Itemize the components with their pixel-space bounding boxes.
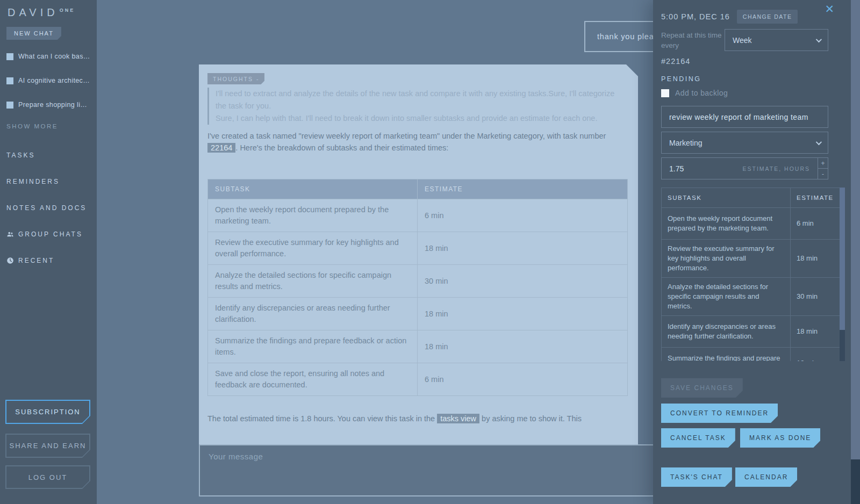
window-scrollbar-thumb[interactable] bbox=[851, 459, 860, 504]
sidebar-item-recent[interactable]: RECENT bbox=[6, 247, 94, 273]
sidebar-item-notes-and-docs[interactable]: NOTES AND DOCS bbox=[6, 195, 94, 221]
log-out-label: LOG OUT bbox=[6, 466, 89, 488]
estimate-cell: 6 min bbox=[791, 208, 840, 240]
show-more-button[interactable]: SHOW MORE bbox=[6, 123, 58, 129]
window-scrollbar-track[interactable] bbox=[851, 0, 860, 504]
estimate-cell: 30 min bbox=[418, 265, 628, 298]
subtask-cell: Save and close the report, ensuring all … bbox=[208, 363, 418, 396]
table-row: Review the executive summary for key hig… bbox=[208, 232, 628, 265]
subtask-cell: Identify any discrepancies or areas need… bbox=[662, 316, 791, 348]
sidebar-chat-item[interactable]: Prepare shopping li… bbox=[6, 100, 94, 110]
estimate-input[interactable] bbox=[669, 164, 701, 173]
chevron-down-icon bbox=[816, 139, 822, 145]
increment-button[interactable]: + bbox=[818, 157, 828, 169]
chat-square-icon bbox=[6, 102, 13, 109]
chat-square-icon bbox=[6, 77, 13, 84]
task-name-input[interactable] bbox=[661, 106, 828, 128]
estimate-column-header: ESTIMATE bbox=[791, 188, 840, 208]
panel-table-header-row: SUBTASK ESTIMATE bbox=[662, 188, 840, 208]
intro-text-post: . Here's the breakdown of subtasks and t… bbox=[235, 143, 448, 152]
add-to-backlog-row[interactable]: Add to backlog bbox=[661, 89, 728, 97]
share-and-earn-label: SHARE AND EARN bbox=[6, 435, 89, 457]
category-select[interactable]: Marketing bbox=[661, 132, 828, 154]
tasks-view-badge: tasks view bbox=[437, 414, 479, 423]
tasks-chat-button[interactable]: TASK'S CHAT bbox=[661, 467, 732, 487]
estimate-label: ESTIMATE, HOURS bbox=[743, 165, 810, 172]
nav-label: TASKS bbox=[6, 152, 35, 159]
subscription-label: SUBSCRIPTION bbox=[6, 401, 89, 423]
calendar-button[interactable]: CALENDAR bbox=[735, 467, 797, 487]
table-row: Summarize the findings and prepare feedb… bbox=[662, 348, 840, 362]
mark-as-done-button[interactable]: MARK AS DONE bbox=[740, 428, 820, 448]
sidebar-item-reminders[interactable]: REMINDERS bbox=[6, 168, 94, 195]
sidebar-chat-item[interactable]: What can I cook bas… bbox=[6, 52, 94, 61]
log-out-button[interactable]: LOG OUT bbox=[5, 465, 90, 489]
estimate-cell: 18 min bbox=[418, 232, 628, 265]
backlog-checkbox[interactable] bbox=[661, 89, 669, 97]
thoughts-content: I'll need to extract and analyze the det… bbox=[207, 88, 627, 125]
subtask-cell: Open the weekly report document prepared… bbox=[662, 208, 791, 240]
status-badge: PENDING bbox=[661, 75, 701, 83]
share-and-earn-button[interactable]: SHARE AND EARN bbox=[5, 434, 90, 458]
subtask-table-header-row: SUBTASK ESTIMATE bbox=[208, 179, 628, 199]
estimate-cell: 30 min bbox=[791, 278, 840, 316]
subtask-table: SUBTASK ESTIMATE Open the weekly report … bbox=[207, 179, 628, 396]
table-row: Identify any discrepancies or areas need… bbox=[662, 316, 840, 348]
repeat-label: Repeat at this time every bbox=[661, 30, 725, 51]
table-row: Analyze the detailed sections for specif… bbox=[208, 265, 628, 298]
change-date-button[interactable]: CHANGE DATE bbox=[737, 10, 798, 24]
group-chats-icon bbox=[6, 231, 14, 238]
thoughts-label: THOUGHTS bbox=[213, 76, 253, 82]
new-chat-button[interactable]: NEW CHAT bbox=[6, 27, 61, 40]
app-window: thank you please set task for Friday 5 p… bbox=[0, 0, 860, 504]
sidebar-item-tasks[interactable]: TASKS bbox=[6, 142, 94, 168]
estimate-cell: 18 min bbox=[791, 348, 840, 362]
table-scrollbar-thumb[interactable] bbox=[840, 330, 845, 361]
subtask-cell: Review the executive summary for key hig… bbox=[662, 240, 791, 278]
save-changes-button[interactable]: SAVE CHANGES bbox=[661, 378, 743, 398]
subtask-cell: Summarize the findings and prepare feedb… bbox=[208, 330, 418, 363]
subscription-button[interactable]: SUBSCRIPTION bbox=[5, 400, 90, 424]
estimate-box: ESTIMATE, HOURS bbox=[661, 157, 818, 179]
nav-label: REMINDERS bbox=[6, 178, 60, 185]
backlog-label: Add to backlog bbox=[675, 89, 728, 97]
panel-subtask-table-container: SUBTASK ESTIMATE Open the weekly report … bbox=[661, 188, 845, 361]
estimate-cell: 6 min bbox=[418, 363, 628, 396]
table-row: Save and close the report, ensuring all … bbox=[208, 363, 628, 396]
thoughts-toggle[interactable]: THOUGHTS - bbox=[207, 73, 264, 84]
sidebar: DAVIDONE NEW CHAT What can I cook bas… A… bbox=[0, 0, 97, 504]
subtask-cell: Analyze the detailed sections for specif… bbox=[208, 265, 418, 298]
repeat-select[interactable]: Week bbox=[725, 29, 828, 51]
panel-subtask-table: SUBTASK ESTIMATE Open the weekly report … bbox=[661, 188, 840, 361]
task-id: #22164 bbox=[661, 57, 690, 66]
assistant-intro-text: I've created a task named "review weekly… bbox=[207, 130, 629, 154]
chat-history-list: What can I cook bas… AI cognitive archit… bbox=[6, 52, 94, 124]
nav-label: GROUP CHATS bbox=[18, 231, 83, 238]
repeat-select-value: Week bbox=[733, 36, 752, 45]
subtask-cell: Summarize the findings and prepare feedb… bbox=[662, 348, 791, 362]
close-icon[interactable]: ✕ bbox=[825, 3, 834, 15]
nav-label: RECENT bbox=[18, 257, 54, 264]
subtask-cell: Identify any discrepancies or areas need… bbox=[208, 298, 418, 330]
table-row: Review the executive summary for key hig… bbox=[662, 240, 840, 278]
convert-to-reminder-button[interactable]: CONVERT TO REMINDER bbox=[661, 404, 778, 423]
table-scrollbar-track[interactable] bbox=[840, 188, 845, 361]
subtask-cell: Analyze the detailed sections for specif… bbox=[662, 278, 791, 316]
estimate-cell: 18 min bbox=[791, 316, 840, 348]
chat-item-label: Prepare shopping li… bbox=[18, 101, 87, 109]
thoughts-collapse-icon: - bbox=[256, 76, 260, 82]
estimate-cell: 6 min bbox=[418, 199, 628, 232]
table-row: Summarize the findings and prepare feedb… bbox=[208, 330, 628, 363]
estimate-stepper: + - bbox=[818, 157, 828, 179]
estimate-column-header: ESTIMATE bbox=[418, 179, 628, 199]
sidebar-item-group-chats[interactable]: GROUP CHATS bbox=[6, 221, 94, 247]
estimate-cell: 18 min bbox=[791, 240, 840, 278]
chat-square-icon bbox=[6, 53, 13, 60]
cancel-task-button[interactable]: CANCEL TASK bbox=[661, 428, 735, 448]
decrement-button[interactable]: - bbox=[818, 169, 828, 179]
thoughts-line: Sure, I can help with that. I'll need to… bbox=[216, 112, 627, 125]
new-chat-label: NEW CHAT bbox=[14, 30, 54, 37]
estimate-cell: 18 min bbox=[418, 298, 628, 330]
sidebar-chat-item[interactable]: AI cognitive architec… bbox=[6, 76, 94, 85]
task-datetime: 5:00 PM, DEC 16 bbox=[661, 12, 730, 21]
